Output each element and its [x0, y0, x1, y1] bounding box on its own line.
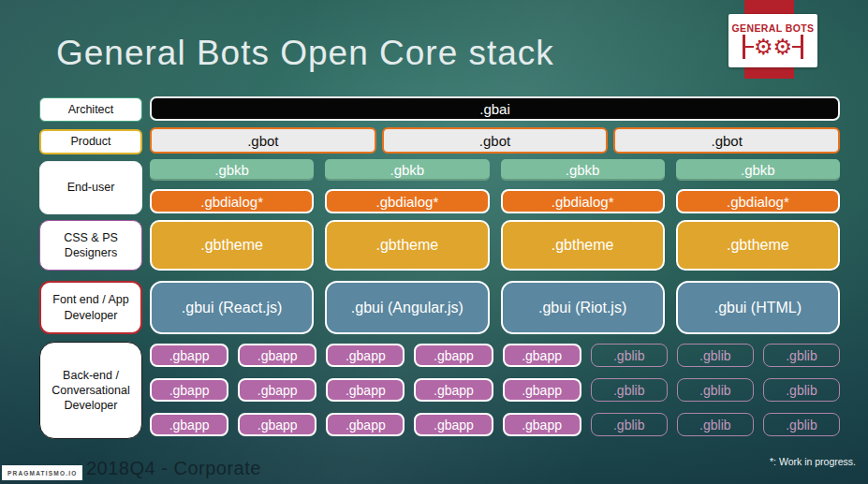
gbapp-block: .gbapp: [326, 413, 405, 436]
gbapp-block: .gbapp: [326, 378, 405, 402]
gbapp-block: .gbapp: [326, 344, 405, 367]
logo-text: GENERAL BOTS: [731, 22, 814, 34]
gbdialog-block: .gbdialog*: [325, 189, 489, 213]
gbkb-block: .gbkb: [325, 159, 489, 181]
gbot-block: .gbot: [382, 127, 609, 154]
gear-icon: ⚙: [754, 37, 773, 58]
gbkb-block: .gbkb: [501, 159, 665, 181]
slide: General Bots Open Core stack GENERAL BOT…: [0, 0, 868, 484]
gblib-block: .gblib: [763, 378, 840, 402]
gbkb-block: .gbkb: [676, 159, 840, 181]
row-label-frontend-developer: Font end / App Developer: [39, 281, 142, 334]
row-gbui: .gbui (React.js) .gbui (Angular.js) .gbu…: [150, 281, 840, 334]
gbapp-block: .gbapp: [414, 413, 493, 436]
gblib-block: .gblib: [677, 413, 754, 436]
gblib-block: .gblib: [763, 344, 840, 367]
gblib-block: .gblib: [677, 378, 754, 402]
gbapp-block: .gbapp: [238, 413, 316, 436]
gblib-block: .gblib: [591, 413, 668, 436]
row-gbdialog: .gbdialog* .gbdialog* .gbdialog* .gbdial…: [150, 189, 840, 213]
row-label-architect: Architect: [39, 97, 142, 122]
row-product: .gbot .gbot .gbot: [150, 127, 840, 154]
gblib-block: .gblib: [591, 378, 668, 402]
row-label-product: Product: [39, 129, 142, 154]
gbapp-block: .gbapp: [150, 413, 228, 436]
gbapp-block: .gbapp: [150, 378, 228, 402]
logo-line-right: [792, 46, 801, 49]
row-gbtheme: .gbtheme .gbtheme .gbtheme .gbtheme: [150, 220, 840, 271]
gbdialog-block: .gbdialog*: [150, 189, 314, 213]
gblib-block: .gblib: [677, 344, 754, 367]
pragmatismo-logo: PRAGMATISMO.IO: [2, 465, 82, 480]
general-bots-logo: GENERAL BOTS ⚙ ⚙: [728, 14, 817, 67]
page-title: General Bots Open Core stack: [56, 34, 554, 73]
row-label-backend-developer: Back-end / Conversational Developer: [39, 342, 142, 439]
gbui-angular-block: .gbui (Angular.js): [325, 281, 489, 334]
gbapp-block: .gbapp: [414, 344, 493, 367]
gbtheme-block: .gbtheme: [325, 220, 489, 271]
gbapp-block: .gbapp: [150, 344, 228, 367]
gbdialog-block: .gbdialog*: [501, 189, 665, 213]
work-in-progress-footnote: *: Work in progress.: [770, 456, 856, 467]
gbapp-block: .gbapp: [503, 344, 581, 367]
gbtheme-block: .gbtheme: [676, 220, 840, 271]
gbui-react-block: .gbui (React.js): [150, 281, 314, 334]
row-label-end-user: End-user: [39, 161, 142, 214]
gbapp-block: .gbapp: [238, 344, 316, 367]
gbot-block: .gbot: [613, 127, 840, 154]
gbapp-block: .gbapp: [238, 378, 316, 402]
gbot-block: .gbot: [150, 127, 376, 154]
logo-line-left: [745, 46, 754, 49]
logo-bar-right: [801, 35, 803, 59]
gblib-block: .gblib: [763, 413, 840, 436]
gbui-html-block: .gbui (HTML): [676, 281, 840, 334]
row-backend-1: .gbapp .gbapp .gbapp .gbapp .gbapp .gbli…: [150, 344, 840, 367]
row-gbkb: .gbkb .gbkb .gbkb .gbkb: [150, 159, 840, 181]
gbui-riot-block: .gbui (Riot.js): [501, 281, 665, 334]
gbkb-block: .gbkb: [150, 159, 314, 181]
row-backend-3: .gbapp .gbapp .gbapp .gbapp .gbapp .gbli…: [150, 413, 840, 436]
gear-icon: ⚙: [773, 37, 793, 58]
logo-gears-icon: ⚙ ⚙: [743, 35, 802, 59]
row-architect: .gbai: [150, 96, 840, 121]
gbtheme-block: .gbtheme: [501, 220, 665, 271]
row-backend-2: .gbapp .gbapp .gbapp .gbapp .gbapp .gbli…: [150, 378, 840, 402]
gbapp-block: .gbapp: [414, 378, 493, 402]
gblib-block: .gblib: [591, 344, 668, 367]
row-label-css-ps-designers: CSS & PS Designers: [39, 220, 142, 271]
gbapp-block: .gbapp: [503, 413, 581, 436]
gbai-block: .gbai: [150, 96, 840, 121]
gbtheme-block: .gbtheme: [150, 220, 314, 271]
gbapp-block: .gbapp: [503, 378, 581, 402]
footer-text: 2018Q4 - Corporate: [86, 458, 261, 479]
gbdialog-block: .gbdialog*: [676, 189, 840, 213]
